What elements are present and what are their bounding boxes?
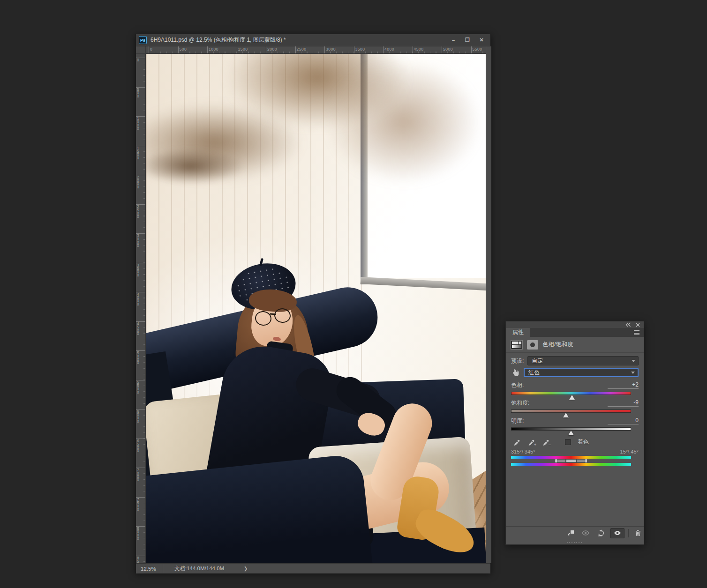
document-title: 6H9A1011.psd @ 12.5% (色相/饱和度 1, 图层蒙版/8) …	[150, 36, 286, 44]
channel-value: 红色	[528, 369, 540, 377]
clip-to-layer-icon[interactable]	[565, 528, 576, 538]
layer-visibility-icon[interactable]	[610, 528, 624, 538]
properties-panel: 属性 色相/饱和度 预设: 自定 红色 色相: +2 饱和度: -9	[505, 321, 644, 545]
hue-slider-track[interactable]	[511, 392, 631, 395]
close-panel-icon[interactable]	[636, 323, 640, 327]
hue-range-left-handle[interactable]	[565, 459, 566, 463]
hue-range-readouts: 315°/ 345° 15°\ 45°	[506, 448, 644, 455]
photo-window-frame-bottom	[361, 277, 486, 290]
lightness-slider-track[interactable]	[511, 427, 631, 431]
lightness-value-field[interactable]: 0	[608, 417, 639, 424]
lightness-slider-thumb[interactable]	[568, 431, 574, 435]
chevron-down-icon	[631, 372, 635, 374]
adjustment-header: 色相/饱和度	[506, 337, 644, 353]
hue-value-field[interactable]: +2	[608, 381, 639, 389]
photoshop-app-icon: Ps	[139, 36, 147, 44]
window-controls: – ❒ ✕	[447, 36, 488, 45]
hue-range-falloff-right-handle[interactable]	[585, 459, 587, 463]
document-statusbar: 12.5% 文档:144.0M/144.0M ❯	[136, 563, 490, 573]
panel-tabbar: 属性	[506, 328, 644, 337]
eyedropper-subtract-icon[interactable]: –	[540, 437, 551, 447]
panel-resize-gripper[interactable]	[506, 539, 644, 545]
preset-label: 预设:	[511, 357, 524, 365]
photo-canvas[interactable]	[146, 54, 486, 563]
photo-branch-blur	[319, 54, 486, 190]
vertical-ruler[interactable]: 0500100015002000250030003500400045005000…	[136, 54, 146, 563]
hue-slider-row: 色相: +2	[506, 381, 644, 389]
saturation-slider-track[interactable]	[511, 409, 631, 413]
zoom-level-field[interactable]: 12.5%	[136, 564, 163, 573]
view-previous-state-icon[interactable]	[580, 528, 591, 538]
preset-value: 自定	[532, 357, 543, 365]
panel-bottom-toolbar	[506, 526, 644, 539]
channel-select[interactable]: 红色	[524, 368, 639, 377]
adjustment-title: 色相/饱和度	[542, 341, 573, 349]
hue-range-slider[interactable]	[511, 459, 631, 462]
preset-select[interactable]: 自定	[527, 356, 639, 365]
window-right-edge	[486, 46, 491, 563]
document-titlebar[interactable]: Ps 6H9A1011.psd @ 12.5% (色相/饱和度 1, 图层蒙版/…	[136, 34, 490, 46]
document-window: Ps 6H9A1011.psd @ 12.5% (色相/饱和度 1, 图层蒙版/…	[135, 34, 491, 573]
preset-row: 预设: 自定	[506, 356, 644, 365]
maximize-button[interactable]: ❒	[461, 36, 474, 45]
status-expander-icon[interactable]: ❯	[244, 566, 248, 571]
colorize-checkbox[interactable]	[565, 439, 571, 445]
lightness-label: 明度:	[511, 417, 524, 425]
eyedropper-add-icon[interactable]: +	[526, 437, 537, 447]
targeted-adjustment-icon[interactable]	[511, 368, 520, 377]
colorize-label: 着色	[578, 438, 589, 446]
panel-group-header	[506, 321, 644, 328]
minimize-button[interactable]: –	[447, 36, 459, 45]
layer-mask-icon[interactable]	[527, 340, 538, 350]
hue-range-inner-rail[interactable]	[566, 460, 576, 462]
hue-label: 色相:	[511, 381, 524, 389]
hue-reference-bar-top	[511, 456, 631, 459]
hue-range-right-values: 15°\ 45°	[620, 449, 639, 454]
delete-adjustment-icon[interactable]	[632, 528, 644, 538]
saturation-slider-row: 饱和度: -9	[506, 399, 644, 407]
ruler-corner	[136, 46, 146, 54]
saturation-label: 饱和度:	[511, 399, 529, 407]
document-size-info[interactable]: 文档:144.0M/144.0M	[174, 565, 224, 572]
channel-row: 红色	[506, 368, 644, 377]
hue-saturation-adjustment-icon[interactable]	[511, 340, 523, 350]
collapse-panel-icon[interactable]	[625, 322, 631, 327]
panel-menu-icon[interactable]	[633, 330, 640, 335]
hue-range-left-values: 315°/ 345°	[511, 449, 535, 454]
toolbar-divider	[628, 529, 629, 537]
tab-properties[interactable]: 属性	[506, 328, 530, 337]
eyedropper-icon[interactable]	[511, 437, 522, 447]
hue-range-falloff-left-handle[interactable]	[555, 459, 557, 463]
horizontal-ruler[interactable]: 0500100015002000250030003500400045005000…	[146, 46, 486, 54]
reset-adjustment-icon[interactable]	[595, 528, 607, 538]
close-button[interactable]: ✕	[475, 36, 488, 45]
hue-range-right-handle[interactable]	[576, 459, 577, 463]
eyedropper-row: + – 着色	[506, 437, 644, 447]
lightness-slider-row: 明度: 0	[506, 417, 644, 424]
chevron-down-icon	[632, 360, 635, 362]
saturation-value-field[interactable]: -9	[608, 399, 639, 407]
hue-adjusted-bar-bottom	[511, 463, 631, 466]
